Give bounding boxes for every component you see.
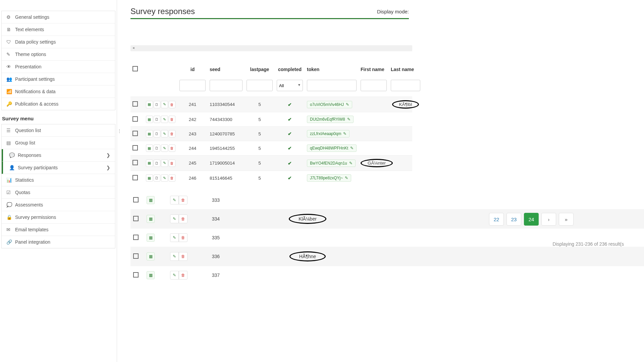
page-22[interactable]: 22 <box>489 213 504 226</box>
sidebar-item-quotas[interactable]: ☑Quotas <box>2 186 115 199</box>
col-header-lastpage[interactable]: lastpage <box>245 65 275 73</box>
pencil-icon[interactable]: ✎ <box>350 146 354 150</box>
delete-icon[interactable]: 🗑 <box>179 252 187 261</box>
edit-icon[interactable]: ✎ <box>170 252 179 261</box>
filter-lastpage-input[interactable] <box>247 80 273 91</box>
detail-icon[interactable]: 🗋 <box>154 144 161 152</box>
sidebar-item-notifications[interactable]: 📶Notifications & data <box>2 85 115 98</box>
row-checkbox[interactable] <box>133 272 139 278</box>
sidebar-item-survey-permissions[interactable]: 🔒Survey permissions <box>2 211 115 224</box>
sidebar-item-text-elements[interactable]: 🗎Text elements <box>2 23 115 36</box>
row-checkbox[interactable] <box>132 116 138 122</box>
sidebar-item-statistics[interactable]: 📊Statistics <box>2 174 115 186</box>
delete-icon[interactable]: 🗑 <box>169 130 176 137</box>
delete-icon[interactable]: 🗑 <box>179 215 187 223</box>
page-23[interactable]: 23 <box>506 213 521 226</box>
edit-icon[interactable]: ✎ <box>170 271 179 280</box>
filter-completed-select[interactable]: All <box>277 80 303 91</box>
delete-icon[interactable]: 🗑 <box>179 271 187 280</box>
row-checkbox[interactable] <box>133 216 139 221</box>
row-checkbox[interactable] <box>133 197 139 202</box>
view-icon[interactable]: ▦ <box>147 252 155 260</box>
col-header-seed[interactable]: seed <box>208 65 245 73</box>
pencil-icon[interactable]: ✎ <box>343 131 346 136</box>
filter-lastname-input[interactable] <box>391 80 420 91</box>
token-pill[interactable]: qEwqDH48WPFHnKt✎ <box>307 144 357 152</box>
sidebar-item-email-templates[interactable]: ✉Email templates <box>2 224 115 236</box>
col-header-completed[interactable]: completed <box>275 65 305 73</box>
view-icon[interactable]: ▦ <box>146 160 153 167</box>
view-icon[interactable]: ▦ <box>146 101 153 108</box>
pencil-icon[interactable]: ✎ <box>347 117 351 122</box>
delete-icon[interactable]: 🗑 <box>169 160 176 167</box>
token-pill[interactable]: J7LT89pe8zxQYj~✎ <box>307 174 351 182</box>
view-icon[interactable]: ▦ <box>147 196 155 204</box>
sidebar-item-group-list[interactable]: ▤Group list <box>2 137 115 149</box>
edit-icon[interactable]: ✎ <box>170 196 179 204</box>
filter-id-input[interactable] <box>179 80 206 91</box>
pencil-icon[interactable]: ✎ <box>346 102 349 107</box>
row-checkbox[interactable] <box>132 131 138 136</box>
row-checkbox[interactable] <box>132 101 138 107</box>
token-pill[interactable]: zzLfrxIAeaap0qm✎ <box>307 130 350 137</box>
sidebar-item-general-settings[interactable]: ⚙General settings <box>2 11 115 23</box>
delete-icon[interactable]: 🗑 <box>179 233 187 242</box>
select-all-checkbox[interactable] <box>132 66 138 71</box>
sidebar-item-question-list[interactable]: ☰Question list <box>2 124 115 137</box>
page-24[interactable]: 24 <box>524 213 539 226</box>
horizontal-scrollbar[interactable]: ◂ <box>130 45 412 51</box>
view-icon[interactable]: ▦ <box>147 271 155 279</box>
detail-icon[interactable]: 🗋 <box>154 101 161 108</box>
edit-icon[interactable]: ✎ <box>161 116 168 123</box>
row-checkbox[interactable] <box>133 253 139 259</box>
col-header-firstname[interactable]: First name <box>359 65 389 73</box>
sidebar-item-theme-options[interactable]: ✎Theme options <box>2 48 115 61</box>
detail-icon[interactable]: 🗋 <box>154 160 161 167</box>
delete-icon[interactable]: 🗑 <box>169 101 176 108</box>
col-header-token[interactable]: token <box>305 65 359 73</box>
page-next[interactable]: › <box>541 213 556 226</box>
filter-firstname-input[interactable] <box>361 80 387 91</box>
col-header-lastname[interactable]: Last name <box>389 65 422 73</box>
token-pill[interactable]: o7uViO5mViv46HJ✎ <box>307 101 352 108</box>
view-icon[interactable]: ▦ <box>146 130 153 137</box>
edit-icon[interactable]: ✎ <box>161 174 168 182</box>
edit-icon[interactable]: ✎ <box>170 215 179 223</box>
delete-icon[interactable]: 🗑 <box>169 116 176 123</box>
view-icon[interactable]: ▦ <box>146 144 153 152</box>
page-last[interactable]: » <box>559 213 574 226</box>
edit-icon[interactable]: ✎ <box>170 233 179 242</box>
row-checkbox[interactable] <box>133 235 139 240</box>
scroll-left-icon[interactable]: ◂ <box>132 46 135 50</box>
sidebar-item-presentation[interactable]: 👁Presentation <box>2 61 115 73</box>
pencil-icon[interactable]: ✎ <box>349 161 353 166</box>
view-icon[interactable]: ▦ <box>147 234 155 242</box>
edit-icon[interactable]: ✎ <box>161 160 168 167</box>
row-checkbox[interactable] <box>132 145 138 150</box>
sidebar-item-participant-settings[interactable]: 👥Participant settings <box>2 73 115 85</box>
view-icon[interactable]: ▦ <box>146 116 153 123</box>
view-icon[interactable]: ▦ <box>147 215 155 223</box>
sidebar-item-assessments[interactable]: 💭Assessments <box>2 199 115 211</box>
pencil-icon[interactable]: ✎ <box>345 176 348 180</box>
token-pill[interactable]: BwYO4fEN2DAqn1u✎ <box>307 160 356 167</box>
edit-icon[interactable]: ✎ <box>161 144 168 152</box>
filter-token-input[interactable] <box>307 80 357 91</box>
token-pill[interactable]: DUt2m6vEqfRYiW8✎ <box>307 116 354 123</box>
col-header-id[interactable]: id <box>177 65 208 73</box>
row-checkbox[interactable] <box>132 160 138 165</box>
delete-icon[interactable]: 🗑 <box>169 174 176 182</box>
sidebar-item-survey-participants[interactable]: 👤Survey participants❯ <box>2 162 115 174</box>
delete-icon[interactable]: 🗑 <box>169 144 176 152</box>
sidebar-item-publication[interactable]: 🔑Publication & access <box>2 98 115 110</box>
detail-icon[interactable]: 🗋 <box>154 130 161 137</box>
filter-seed-input[interactable] <box>210 80 243 91</box>
sidebar-item-panel-integration[interactable]: 🔗Panel integration <box>2 236 115 248</box>
detail-icon[interactable]: 🗋 <box>154 174 161 182</box>
view-icon[interactable]: ▦ <box>146 174 153 182</box>
detail-icon[interactable]: 🗋 <box>154 116 161 123</box>
sidebar-item-responses[interactable]: 💬Responses❯ <box>2 149 115 162</box>
row-checkbox[interactable] <box>132 175 138 180</box>
edit-icon[interactable]: ✎ <box>161 130 168 137</box>
sidebar-item-data-policy[interactable]: 🛡Data policy settings <box>2 36 115 48</box>
